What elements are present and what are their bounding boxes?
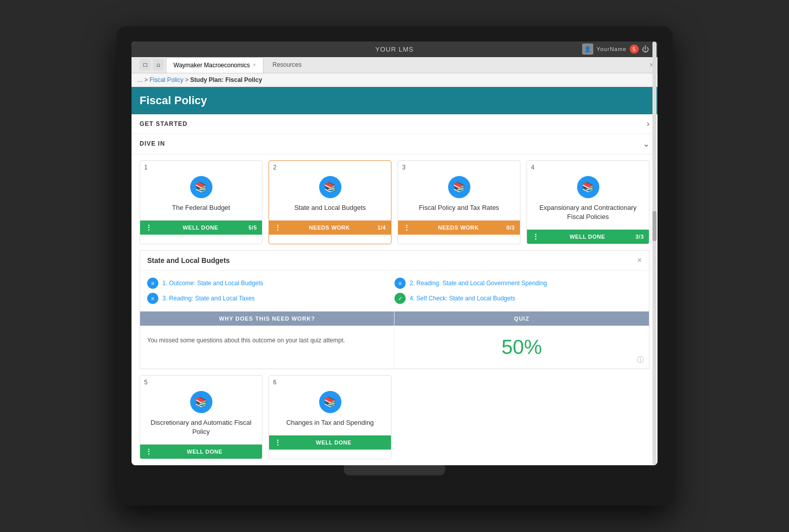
scrollbar[interactable]	[652, 41, 656, 466]
page-header: Fiscal Policy	[132, 87, 658, 114]
tab-waymaker[interactable]: Waymaker Macroeconomics ×	[166, 57, 264, 73]
why-content: You missed some questions about this out…	[140, 326, 394, 355]
card-6-footer: ⋮ WELL DONE	[269, 435, 391, 450]
laptop-stand	[344, 465, 445, 475]
get-started-section[interactable]: GET STARTED ›	[132, 114, 658, 134]
expanded-panel: State and Local Budgets × ≡ 1. Outcome: …	[140, 250, 649, 369]
scroll-thumb[interactable]	[652, 211, 656, 241]
panel-link-1[interactable]: ≡ 1. Outcome: State and Local Budgets	[147, 276, 394, 291]
card-3-icon: 📚	[448, 176, 470, 198]
card-6-menu-icon[interactable]: ⋮	[274, 438, 282, 447]
breadcrumb-nav: ... > Fiscal Policy > Study Plan: Fiscal…	[132, 73, 658, 87]
card-2-icon: 📚	[319, 176, 341, 198]
card-2-score: 1/4	[377, 225, 386, 231]
card-2[interactable]: 2 📚 State and Local Budgets ⋮ NEEDS WORK…	[269, 160, 391, 244]
card-5-footer: ⋮ WELL DONE	[140, 445, 262, 459]
expanded-panel-header: State and Local Budgets ×	[140, 251, 649, 271]
card-6-status: WELL DONE	[316, 439, 352, 446]
card-3-status: NEEDS WORK	[438, 225, 479, 231]
panel-link-3[interactable]: ≡ 3. Reading: State and Local Taxes	[147, 291, 394, 306]
dive-in-label: DIVE IN	[140, 140, 165, 147]
tab-waymaker-label: Waymaker Macroeconomics	[173, 62, 250, 69]
card-5-status: WELL DONE	[187, 449, 223, 455]
why-header: WHY DOES THIS NEED WORK?	[140, 312, 394, 326]
card-3-menu-icon[interactable]: ⋮	[403, 224, 411, 232]
bottom-cards: 5 📚 Discretionary and Automatic Fiscal P…	[132, 375, 658, 465]
notification-badge: 5	[630, 45, 639, 54]
panel-link-3-icon: ≡	[147, 293, 158, 304]
dive-in-section[interactable]: DIVE IN ⌄	[132, 134, 658, 154]
card-5-icon: 📚	[190, 391, 212, 413]
card-1-icon: 📚	[190, 176, 212, 198]
card-4[interactable]: 4 📚 Expansionary and Contractionary Fisc…	[527, 160, 649, 244]
get-started-arrow: ›	[647, 119, 649, 128]
laptop-screen: YOUR LMS 👤 YourName 5 ⏻ □ ⌂ Waymaker Mac…	[132, 41, 658, 466]
breadcrumb: ... > Fiscal Policy > Study Plan: Fiscal…	[138, 76, 262, 83]
panel-link-2-text: 2. Reading: State and Local Government S…	[410, 280, 547, 287]
page-title: Fiscal Policy	[140, 94, 649, 107]
card-3[interactable]: 3 📚 Fiscal Policy and Tax Rates ⋮ NEEDS …	[398, 160, 520, 244]
card-3-body: 📚 Fiscal Policy and Tax Rates	[398, 161, 520, 220]
laptop-frame: YOUR LMS 👤 YourName 5 ⏻ □ ⌂ Waymaker Mac…	[116, 26, 673, 506]
panel-link-2-icon: ≡	[394, 278, 406, 289]
quiz-info-icon[interactable]: ⓘ	[637, 356, 644, 365]
card-4-menu-icon[interactable]: ⋮	[532, 233, 540, 241]
user-icon: 👤	[582, 43, 593, 55]
card-2-footer: ⋮ NEEDS WORK 1/4	[269, 220, 391, 235]
card-4-score: 3/3	[635, 234, 644, 240]
get-started-label: GET STARTED	[140, 120, 188, 127]
tabs-bar: □ ⌂ Waymaker Macroeconomics × Resources …	[132, 57, 658, 73]
card-2-menu-icon[interactable]: ⋮	[274, 224, 282, 232]
dive-in-arrow: ⌄	[643, 139, 649, 149]
card-6-icon: 📚	[319, 391, 341, 413]
expanded-panel-title: State and Local Budgets	[147, 256, 230, 264]
tab-close-icon[interactable]: ×	[253, 62, 256, 68]
panel-link-1-text: 1. Outcome: State and Local Budgets	[162, 280, 263, 287]
card-3-number: 3	[402, 164, 406, 171]
card-6-title: Changes in Tax and Spending	[286, 418, 374, 427]
card-4-status: WELL DONE	[569, 234, 605, 240]
card-1-menu-icon[interactable]: ⋮	[145, 224, 153, 232]
card-5-body: 📚 Discretionary and Automatic Fiscal Pol…	[140, 376, 262, 445]
card-3-footer: ⋮ NEEDS WORK 0/3	[398, 220, 520, 235]
tab-resources[interactable]: Resources	[266, 57, 309, 72]
quiz-header: QUIZ	[394, 312, 649, 326]
panel-link-4-text: 4. Self Check: State and Local Budgets	[410, 295, 515, 302]
expanded-panel-close-button[interactable]: ×	[637, 256, 642, 265]
cards-grid: 1 📚 The Federal Budget ⋮ WELL DONE 5/5 2	[132, 154, 658, 250]
lms-title: YOUR LMS	[375, 46, 414, 53]
card-5-title: Discretionary and Automatic Fiscal Polic…	[148, 418, 254, 436]
card-6-number: 6	[273, 379, 277, 386]
card-6[interactable]: 6 📚 Changes in Tax and Spending ⋮ WELL D…	[269, 375, 391, 459]
panel-link-4[interactable]: ✓ 4. Self Check: State and Local Budgets	[394, 291, 642, 306]
card-5[interactable]: 5 📚 Discretionary and Automatic Fiscal P…	[140, 375, 262, 459]
card-4-title: Expansionary and Contractionary Fiscal P…	[535, 203, 641, 221]
card-2-body: 📚 State and Local Budgets	[269, 161, 391, 220]
panel-link-4-icon: ✓	[394, 293, 406, 304]
card-1-number: 1	[144, 164, 148, 171]
expanded-panel-links: ≡ 1. Outcome: State and Local Budgets ≡ …	[140, 271, 649, 311]
card-4-icon: 📚	[577, 176, 599, 198]
back-button[interactable]: □	[140, 59, 151, 70]
panel-link-1-icon: ≡	[147, 278, 158, 289]
card-2-number: 2	[273, 164, 277, 171]
card-1-footer: ⋮ WELL DONE 5/5	[140, 220, 262, 235]
card-1-body: 📚 The Federal Budget	[140, 161, 262, 220]
card-1[interactable]: 1 📚 The Federal Budget ⋮ WELL DONE 5/5	[140, 160, 262, 244]
panel-link-3-text: 3. Reading: State and Local Taxes	[162, 295, 255, 302]
card-2-title: State and Local Budgets	[294, 203, 366, 212]
card-5-number: 5	[144, 379, 148, 386]
lms-user-area: 👤 YourName 5 ⏻	[582, 43, 649, 55]
quiz-percent: 50%	[501, 336, 542, 359]
power-icon[interactable]: ⏻	[642, 45, 649, 53]
card-1-title: The Federal Budget	[172, 203, 230, 212]
card-5-menu-icon[interactable]: ⋮	[145, 448, 153, 456]
card-1-score: 5/5	[248, 225, 257, 231]
user-name: YourName	[596, 46, 627, 52]
breadcrumb-ellipsis[interactable]: ...	[138, 76, 143, 83]
home-button[interactable]: ⌂	[153, 59, 164, 70]
breadcrumb-fiscal-policy[interactable]: Fiscal Policy	[150, 76, 184, 83]
card-3-title: Fiscal Policy and Tax Rates	[419, 203, 499, 212]
why-left: WHY DOES THIS NEED WORK? You missed some…	[140, 312, 394, 369]
panel-link-2[interactable]: ≡ 2. Reading: State and Local Government…	[394, 276, 642, 291]
